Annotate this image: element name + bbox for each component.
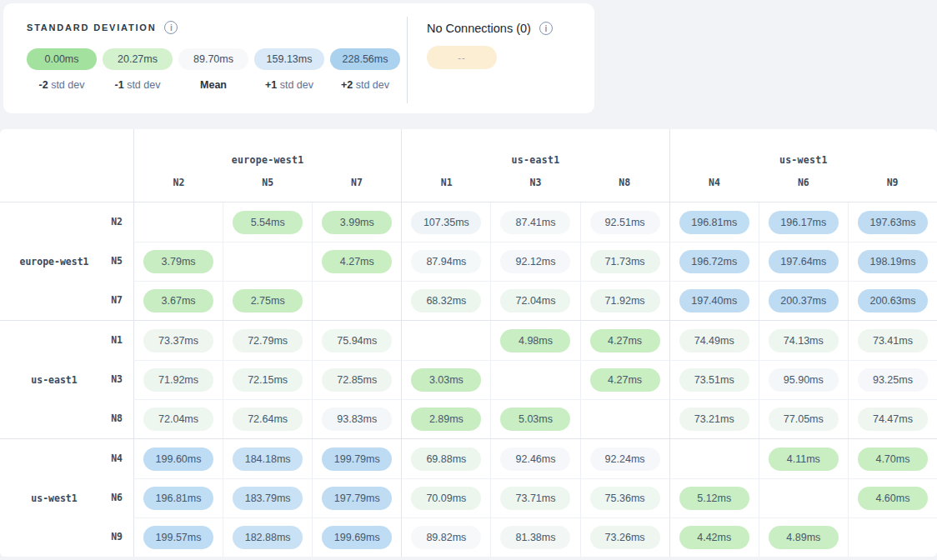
latency-pill[interactable]: 81.38ms — [500, 526, 570, 549]
latency-pill[interactable]: 199.79ms — [322, 448, 392, 471]
latency-pill[interactable]: 5.12ms — [679, 487, 749, 510]
latency-pill[interactable]: 75.94ms — [322, 329, 392, 352]
latency-pill[interactable]: 5.54ms — [233, 211, 303, 234]
latency-pill[interactable]: 71.73ms — [590, 250, 660, 273]
latency-pill[interactable]: 72.04ms — [500, 289, 570, 312]
latency-pill[interactable]: 72.64ms — [233, 408, 303, 431]
latency-pill[interactable]: 4.27ms — [590, 329, 660, 352]
region-header-label: europe-west1 — [134, 154, 401, 166]
legend-pill: 20.27ms — [103, 48, 173, 70]
latency-pill[interactable]: 4.27ms — [590, 368, 660, 392]
latency-cells: 73.37ms72.79ms75.94ms4.98ms4.27ms74.49ms… — [133, 321, 937, 438]
latency-pill[interactable]: 87.41ms — [500, 211, 570, 234]
latency-pill[interactable]: 73.71ms — [500, 487, 570, 510]
latency-pill[interactable]: 89.82ms — [411, 526, 481, 549]
latency-pill[interactable]: 93.25ms — [858, 368, 928, 392]
latency-pill[interactable]: 71.92ms — [143, 368, 213, 392]
latency-pill[interactable]: 73.26ms — [590, 526, 660, 549]
latency-pill[interactable]: 196.81ms — [679, 211, 749, 234]
latency-pill[interactable]: 197.40ms — [679, 289, 749, 312]
latency-cell: 73.71ms — [490, 478, 579, 518]
latency-pill[interactable]: 93.83ms — [322, 408, 392, 431]
latency-pill[interactable]: 73.41ms — [858, 329, 928, 352]
node-row-labels: N2N5N7 — [92, 202, 133, 320]
latency-cell: 200.63ms — [848, 281, 937, 320]
latency-pill[interactable]: 183.79ms — [233, 487, 303, 510]
latency-pill[interactable]: 74.49ms — [679, 329, 749, 352]
latency-cell: 70.09ms — [401, 478, 490, 518]
latency-pill[interactable]: 197.79ms — [322, 487, 392, 510]
legend-scale-labels: -2 std dev-1 std devMean+1 std dev+2 std… — [27, 79, 407, 91]
node-row-label: N8 — [92, 399, 133, 438]
latency-pill[interactable]: 92.51ms — [590, 211, 660, 234]
latency-pill[interactable]: 4.27ms — [322, 250, 392, 273]
latency-pill[interactable]: 107.35ms — [411, 211, 481, 234]
legend-pill: 89.70ms — [178, 48, 248, 70]
latency-cell: 92.46ms — [490, 439, 579, 478]
latency-pill[interactable]: 5.03ms — [500, 408, 570, 431]
latency-pill[interactable]: 92.46ms — [500, 448, 570, 471]
latency-pill[interactable]: 92.12ms — [500, 250, 570, 273]
region-node-headers: N2N5N7 — [134, 177, 401, 188]
latency-pill[interactable]: 4.60ms — [858, 487, 928, 510]
latency-cell: 196.81ms — [133, 478, 223, 518]
node-row-label: N6 — [92, 478, 133, 518]
info-icon[interactable]: i — [164, 21, 178, 34]
latency-pill[interactable]: 196.17ms — [769, 211, 839, 234]
latency-cell — [490, 360, 579, 399]
latency-pill[interactable]: 4.11ms — [769, 448, 839, 471]
latency-pill[interactable]: 72.79ms — [233, 329, 303, 352]
latency-pill[interactable]: 74.47ms — [858, 408, 928, 431]
latency-pill[interactable]: 70.09ms — [411, 487, 481, 510]
latency-pill[interactable]: 3.79ms — [143, 250, 213, 273]
latency-pill[interactable]: 73.21ms — [679, 408, 749, 431]
latency-pill[interactable]: 3.99ms — [322, 211, 392, 234]
latency-pill[interactable]: 72.04ms — [143, 408, 213, 431]
info-icon[interactable]: i — [539, 22, 553, 35]
latency-pill[interactable]: 182.88ms — [233, 526, 303, 549]
latency-cell: 5.03ms — [490, 399, 579, 438]
latency-pill[interactable]: 197.64ms — [769, 250, 839, 273]
latency-pill[interactable]: 74.13ms — [769, 329, 839, 352]
latency-pill[interactable]: 4.89ms — [769, 526, 839, 549]
latency-pill[interactable]: 73.37ms — [143, 329, 213, 352]
latency-pill[interactable]: 95.90ms — [769, 368, 839, 392]
latency-pill[interactable]: 198.19ms — [858, 250, 928, 273]
row-group-labels: us-west1N4N6N9 — [0, 439, 133, 557]
latency-pill[interactable]: 77.05ms — [769, 408, 839, 431]
latency-pill[interactable]: 4.70ms — [858, 448, 928, 471]
latency-cell: 3.79ms — [133, 242, 223, 281]
latency-pill[interactable]: 4.98ms — [500, 329, 570, 352]
latency-cell: 4.27ms — [580, 360, 669, 399]
latency-pill[interactable]: 199.60ms — [143, 448, 213, 471]
latency-pill[interactable]: 2.89ms — [411, 408, 481, 431]
latency-pill[interactable]: 71.92ms — [590, 289, 660, 312]
node-row-label: N7 — [92, 281, 133, 320]
latency-pill[interactable]: 200.37ms — [769, 289, 839, 312]
latency-pill[interactable]: 87.94ms — [411, 250, 481, 273]
latency-cell: 95.90ms — [759, 360, 848, 399]
latency-pill[interactable]: 72.85ms — [322, 368, 392, 392]
latency-pill[interactable]: 200.63ms — [858, 289, 928, 312]
latency-pill[interactable]: 199.69ms — [322, 526, 392, 549]
latency-pill[interactable]: 196.81ms — [143, 487, 213, 510]
latency-cell: 2.75ms — [223, 281, 312, 320]
latency-pill[interactable]: 75.36ms — [590, 487, 660, 510]
latency-pill[interactable]: 199.57ms — [143, 526, 213, 549]
latency-pill[interactable]: 72.15ms — [233, 368, 303, 392]
matrix-row-group: us-west1N4N6N9199.60ms184.18ms199.79ms69… — [0, 438, 937, 557]
latency-pill[interactable]: 2.75ms — [233, 289, 303, 312]
latency-pill[interactable]: 196.72ms — [679, 250, 749, 273]
latency-pill[interactable]: 184.18ms — [233, 448, 303, 471]
region-row-label: us-east1 — [17, 374, 92, 386]
latency-cell: 199.57ms — [133, 518, 223, 557]
latency-cell: 87.41ms — [490, 202, 579, 242]
latency-pill[interactable]: 73.51ms — [679, 368, 749, 392]
latency-pill[interactable]: 3.67ms — [143, 289, 213, 312]
latency-pill[interactable]: 197.63ms — [858, 211, 928, 234]
latency-pill[interactable]: 92.24ms — [590, 448, 660, 471]
latency-pill[interactable]: 4.42ms — [679, 526, 749, 549]
latency-pill[interactable]: 3.03ms — [411, 368, 481, 392]
latency-pill[interactable]: 69.88ms — [411, 448, 481, 471]
latency-pill[interactable]: 68.32ms — [411, 289, 481, 312]
